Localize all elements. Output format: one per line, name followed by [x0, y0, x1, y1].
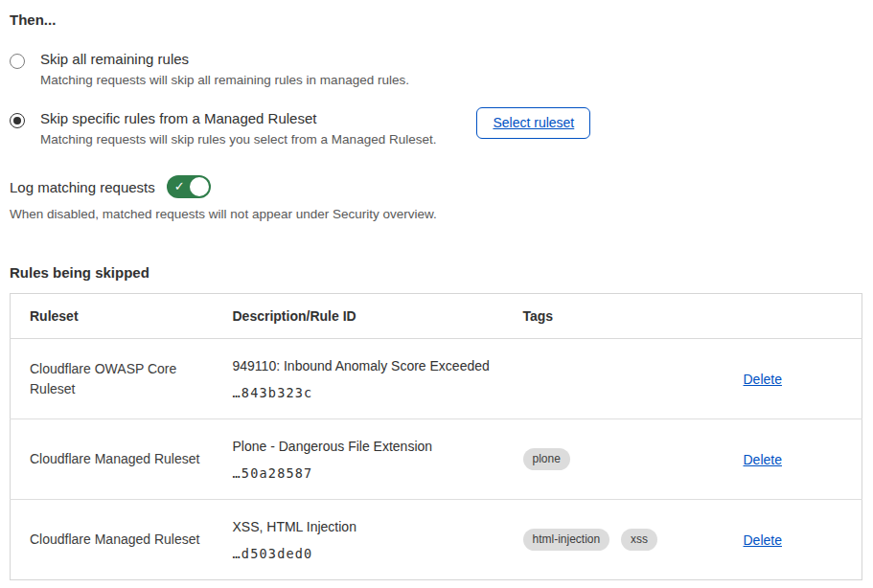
table-row: Cloudflare Managed Ruleset Plone - Dange…	[11, 419, 862, 500]
radio-skip-specific-rules[interactable]	[10, 113, 25, 128]
tags-cell: plone	[504, 419, 724, 500]
then-heading: Then...	[10, 11, 862, 28]
tag-badge: plone	[523, 448, 570, 470]
column-header-actions	[724, 294, 862, 339]
log-matching-label: Log matching requests	[10, 179, 155, 195]
actions-cell: Delete	[724, 500, 862, 580]
log-matching-toggle[interactable]: ✓	[167, 175, 211, 198]
column-header-description: Description/Rule ID	[214, 294, 504, 339]
delete-link[interactable]: Delete	[744, 532, 782, 548]
ruleset-cell: Cloudflare OWASP Core Ruleset	[11, 339, 214, 419]
rule-description: Plone - Dangerous File Extension	[233, 438, 494, 455]
log-matching-row: Log matching requests ✓	[10, 175, 862, 198]
rule-id: …843b323c	[233, 385, 494, 400]
radio-option-0: Skip all remaining rules Matching reques…	[10, 51, 862, 87]
rule-description: XSS, HTML Injection	[233, 518, 494, 535]
column-header-tags: Tags	[504, 294, 724, 339]
rule-id: …50a28587	[233, 465, 494, 481]
tag-badge: xss	[621, 529, 657, 551]
description-cell: 949110: Inbound Anomaly Score Exceeded ……	[214, 339, 504, 419]
table-row: Cloudflare OWASP Core Ruleset 949110: In…	[11, 339, 862, 419]
radio-skip-all-rules[interactable]	[10, 54, 25, 69]
action-options: Skip all remaining rules Matching reques…	[10, 51, 862, 147]
ruleset-cell: Cloudflare Managed Ruleset	[11, 419, 214, 500]
table-header-row: Ruleset Description/Rule ID Tags	[11, 294, 862, 339]
tags-cell: html-injection xss	[504, 500, 724, 580]
option-texts: Skip all remaining rules Matching reques…	[40, 51, 409, 87]
option-description: Matching requests will skip rules you se…	[40, 132, 436, 147]
check-icon: ✓	[174, 178, 185, 195]
ruleset-cell: Cloudflare Managed Ruleset	[11, 500, 214, 580]
log-matching-description: When disabled, matched requests will not…	[10, 207, 862, 221]
rules-table: Ruleset Description/Rule ID Tags Cloudfl…	[10, 293, 862, 580]
actions-cell: Delete	[724, 339, 862, 419]
option-description: Matching requests will skip all remainin…	[40, 73, 409, 87]
radio-option-1: Skip specific rules from a Managed Rules…	[10, 110, 862, 147]
option-texts: Skip specific rules from a Managed Rules…	[40, 110, 436, 147]
column-header-ruleset: Ruleset	[11, 294, 214, 339]
rule-id: …d503ded0	[233, 546, 494, 561]
delete-link[interactable]: Delete	[744, 372, 782, 387]
rule-description: 949110: Inbound Anomaly Score Exceeded	[233, 357, 494, 374]
option-label[interactable]: Skip specific rules from a Managed Rules…	[40, 110, 436, 126]
description-cell: Plone - Dangerous File Extension …50a285…	[214, 419, 504, 500]
delete-link[interactable]: Delete	[744, 452, 782, 467]
select-ruleset-button[interactable]: Select ruleset	[476, 107, 590, 139]
tags-cell	[504, 339, 724, 419]
description-cell: XSS, HTML Injection …d503ded0	[214, 500, 504, 580]
actions-cell: Delete	[724, 419, 862, 500]
rules-table-heading: Rules being skipped	[10, 264, 862, 281]
table-row: Cloudflare Managed Ruleset XSS, HTML Inj…	[11, 500, 862, 580]
option-action: Select ruleset	[476, 110, 590, 139]
tag-badge: html-injection	[523, 529, 610, 551]
toggle-knob[interactable]	[190, 177, 209, 196]
option-label[interactable]: Skip all remaining rules	[40, 51, 409, 67]
